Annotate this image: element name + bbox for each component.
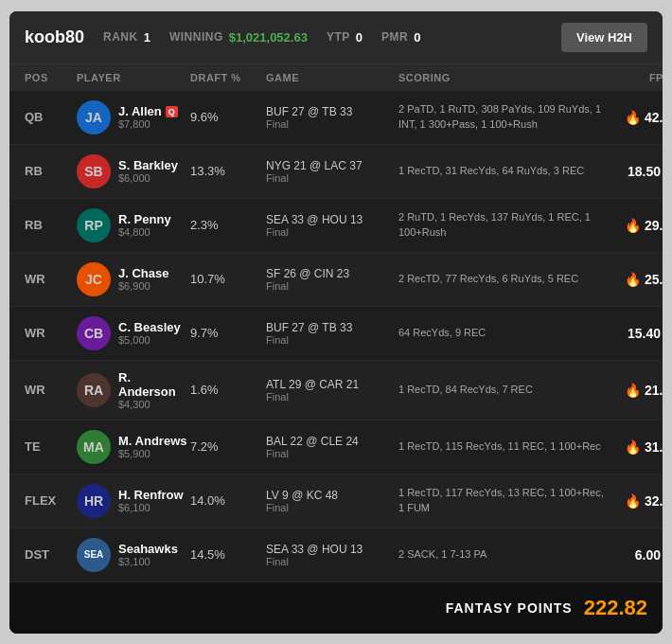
position-cell: RB: [25, 164, 77, 178]
questionable-badge: Q: [166, 106, 178, 117]
game-status: Final: [266, 118, 398, 130]
draft-pct-cell: 2.3%: [190, 218, 266, 232]
draft-pct-cell: 13.3%: [190, 164, 266, 178]
col-pos: POS: [25, 72, 77, 83]
player-cell: JC J. Chase $6,900: [77, 262, 190, 296]
position-cell: QB: [25, 110, 77, 124]
game-cell: BUF 27 @ TB 33 Final: [266, 105, 398, 130]
winning-label: WINNING: [169, 30, 223, 44]
draft-pct-cell: 14.0%: [190, 493, 266, 508]
fpts-cell: 6.00: [607, 547, 663, 563]
game-status: Final: [266, 334, 398, 346]
fire-icon: 🔥: [625, 218, 641, 233]
draft-pct-cell: 7.2%: [190, 439, 266, 454]
position-cell: TE: [25, 439, 77, 454]
game-cell: SEA 33 @ HOU 13 Final: [266, 213, 398, 238]
fantasy-points-total: 222.82: [584, 596, 647, 620]
player-info: S. Barkley $6,000: [118, 158, 178, 184]
fpts-value: 15.40: [628, 326, 661, 341]
player-info: R. Anderson $4,300: [118, 370, 190, 410]
game-status: Final: [266, 280, 398, 292]
player-cell: RA R. Anderson $4,300: [77, 370, 190, 410]
table-row[interactable]: WR JC J. Chase $6,900 10.7% SF 26 @ CIN …: [9, 253, 663, 307]
winning-value: $1,021,052.63: [229, 30, 308, 45]
player-salary: $6,100: [118, 502, 184, 513]
avatar: JA: [77, 100, 111, 134]
rank-value: 1: [144, 30, 150, 45]
table-row[interactable]: FLEX HR H. Renfrow $6,100 14.0% LV 9 @ K…: [9, 474, 663, 528]
draft-pct-cell: 10.7%: [190, 272, 266, 286]
fpts-value: 6.00: [628, 547, 661, 563]
scoring-cell: 2 SACK, 1 7-13 PA: [398, 547, 607, 562]
player-name: J. AllenQ: [118, 104, 178, 118]
scoring-cell: 2 RuTD, 1 RecYds, 137 RuYds, 1 REC, 1 10…: [398, 210, 607, 240]
table-row[interactable]: WR RA R. Anderson $4,300 1.6% ATL 29 @ C…: [9, 361, 663, 420]
player-cell: RP R. Penny $4,800: [77, 208, 190, 242]
game-score: SEA 33 @ HOU 13: [266, 213, 398, 226]
ytp-value: 0: [356, 30, 363, 45]
position-cell: FLEX: [25, 493, 77, 508]
player-salary: $6,000: [118, 172, 178, 184]
table-row[interactable]: RB SB S. Barkley $6,000 13.3% NYG 21 @ L…: [9, 145, 663, 199]
position-cell: WR: [25, 326, 77, 340]
draft-pct-cell: 14.5%: [190, 547, 266, 562]
player-name: H. Renfrow: [118, 488, 184, 502]
fpts-value: 25.30: [645, 272, 663, 287]
fire-icon: 🔥: [625, 110, 641, 125]
player-cell: SEA Seahawks $3,100: [77, 538, 190, 572]
game-score: SEA 33 @ HOU 13: [266, 543, 398, 556]
avatar: SB: [77, 154, 111, 188]
game-cell: ATL 29 @ CAR 21 Final: [266, 378, 398, 402]
table-row[interactable]: QB JA J. AllenQ $7,800 9.6% BUF 27 @ TB …: [9, 91, 663, 145]
draft-pct-cell: 1.6%: [190, 383, 266, 397]
fpts-cell: 🔥 25.30: [607, 272, 663, 287]
ytp-label: YTP: [327, 30, 350, 44]
player-name: R. Anderson: [118, 370, 190, 399]
player-salary: $5,900: [118, 448, 186, 459]
draft-pct-cell: 9.6%: [190, 110, 266, 124]
fpts-cell: 🔥 42.22: [607, 110, 663, 125]
scoring-cell: 64 RecYds, 9 REC: [398, 326, 607, 340]
fpts-value: 18.50: [628, 164, 661, 179]
table-row[interactable]: DST SEA Seahawks $3,100 14.5% SEA 33 @ H…: [9, 528, 663, 582]
player-info: Seahawks $3,100: [118, 542, 178, 567]
player-salary: $5,000: [118, 334, 181, 346]
col-fpts: FPTS: [607, 72, 663, 83]
avatar: HR: [77, 484, 111, 518]
fpts-value: 32.70: [645, 493, 663, 509]
game-score: LV 9 @ KC 48: [266, 489, 398, 502]
game-status: Final: [266, 448, 398, 459]
avatar: MA: [77, 430, 111, 464]
player-info: R. Penny $4,800: [118, 212, 171, 238]
table-row[interactable]: WR CB C. Beasley $5,000 9.7% BUF 27 @ TB…: [9, 307, 663, 361]
main-container: koob80 RANK 1 WINNING $1,021,052.63 YTP …: [9, 11, 663, 634]
fire-icon: 🔥: [625, 493, 641, 509]
scoring-cell: 2 PaTD, 1 RuTD, 308 PaYds, 109 RuYds, 1 …: [398, 102, 607, 132]
scoring-cell: 2 RecTD, 77 RecYds, 6 RuYds, 5 REC: [398, 272, 607, 286]
fpts-cell: 15.40: [607, 326, 663, 341]
view-h2h-button[interactable]: View H2H: [561, 23, 647, 52]
fpts-value: 31.50: [645, 439, 663, 455]
rows-container: QB JA J. AllenQ $7,800 9.6% BUF 27 @ TB …: [9, 91, 663, 582]
game-score: SF 26 @ CIN 23: [266, 267, 398, 280]
game-cell: SEA 33 @ HOU 13 Final: [266, 543, 398, 567]
game-cell: BAL 22 @ CLE 24 Final: [266, 435, 398, 459]
game-score: ATL 29 @ CAR 21: [266, 378, 398, 391]
player-info: J. Chase $6,900: [118, 266, 168, 292]
col-player: PLAYER: [77, 72, 190, 83]
avatar: RP: [77, 208, 111, 242]
table-row[interactable]: RB RP R. Penny $4,800 2.3% SEA 33 @ HOU …: [9, 199, 663, 253]
player-info: C. Beasley $5,000: [118, 320, 181, 346]
player-name: Seahawks: [118, 542, 178, 556]
player-salary: $4,300: [118, 399, 190, 410]
table-row[interactable]: TE MA M. Andrews $5,900 7.2% BAL 22 @ CL…: [9, 420, 663, 474]
game-score: NYG 21 @ LAC 37: [266, 159, 398, 172]
fpts-cell: 18.50: [607, 164, 663, 179]
fpts-cell: 🔥 21.40: [607, 383, 663, 398]
fpts-value: 42.22: [645, 110, 663, 125]
scoring-cell: 1 RecTD, 84 RecYds, 7 REC: [398, 383, 607, 397]
col-draft-pct: DRAFT %: [190, 72, 266, 83]
game-status: Final: [266, 502, 398, 513]
fpts-cell: 🔥 31.50: [607, 439, 663, 455]
player-info: H. Renfrow $6,100: [118, 488, 184, 513]
